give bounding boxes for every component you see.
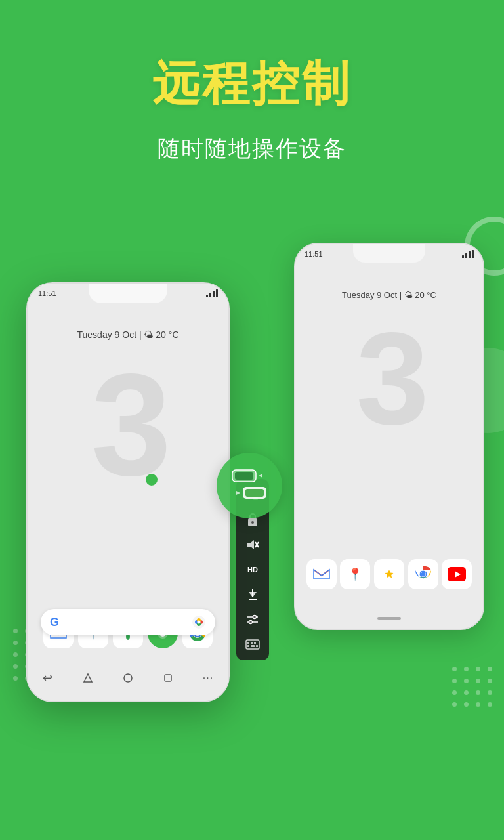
svg-rect-0 bbox=[462, 255, 464, 258]
toolbar-mute[interactable] bbox=[240, 533, 266, 556]
front-phone-date: Tuesday 9 Oct | 🌤 20 °C bbox=[77, 329, 179, 340]
svg-rect-41 bbox=[165, 675, 171, 681]
phone-back: 11:51 Tuesday 9 Oct | 🌤 20 °C 3 bbox=[294, 243, 484, 630]
svg-marker-44 bbox=[259, 474, 262, 478]
nav-recents[interactable] bbox=[163, 673, 173, 682]
back-phone-status-bar: 11:51 bbox=[304, 249, 474, 258]
svg-rect-63 bbox=[246, 640, 259, 649]
back-phone-bottom-icons: 📍 bbox=[295, 559, 483, 589]
nav-home[interactable] bbox=[83, 673, 93, 683]
google-search-bar[interactable]: G bbox=[41, 609, 215, 635]
toolbar-settings[interactable] bbox=[240, 608, 266, 631]
page-background: 远程控制 随时随地操作设备 11:51 Tuesday 9 Oct | 🌤 bbox=[0, 0, 504, 840]
svg-marker-39 bbox=[84, 674, 92, 682]
back-phone-date: Tuesday 9 Oct | 🌤 20 °C bbox=[342, 290, 436, 300]
front-phone-time: 11:51 bbox=[38, 289, 56, 297]
front-phone-nav: ↩ ··· bbox=[28, 665, 228, 690]
svg-rect-64 bbox=[247, 642, 249, 644]
back-gmail-icon[interactable] bbox=[306, 559, 337, 589]
svg-rect-14 bbox=[206, 295, 208, 297]
svg-text:📍: 📍 bbox=[348, 567, 363, 581]
svg-marker-53 bbox=[247, 540, 254, 549]
sub-title: 随时随地操作设备 bbox=[0, 134, 504, 164]
svg-rect-2 bbox=[469, 251, 471, 258]
phones-container: 11:51 Tuesday 9 Oct | 🌤 20 °C 3 bbox=[0, 223, 504, 814]
transfer-icon-circle[interactable] bbox=[217, 453, 282, 518]
green-dot bbox=[146, 474, 158, 486]
front-phone-signal bbox=[206, 289, 218, 297]
svg-rect-15 bbox=[209, 293, 211, 297]
nav-back[interactable]: ↩ bbox=[43, 671, 52, 685]
svg-rect-67 bbox=[247, 645, 249, 647]
svg-point-11 bbox=[421, 572, 425, 577]
svg-rect-66 bbox=[254, 642, 256, 644]
phone-front: 11:51 Tuesday 9 Oct | 🌤 20 °C 3 bbox=[26, 282, 230, 702]
svg-rect-43 bbox=[235, 472, 253, 480]
main-title: 远程控制 bbox=[0, 52, 504, 116]
svg-rect-68 bbox=[251, 645, 255, 647]
title-section: 远程控制 随时随地操作设备 bbox=[0, 0, 504, 164]
svg-rect-3 bbox=[472, 250, 474, 258]
svg-point-38 bbox=[198, 621, 201, 624]
svg-rect-17 bbox=[216, 289, 218, 297]
svg-rect-1 bbox=[465, 253, 467, 258]
svg-marker-47 bbox=[236, 491, 240, 495]
front-phone-status-bar: 11:51 bbox=[38, 289, 218, 297]
back-chrome-icon[interactable] bbox=[408, 559, 438, 589]
transfer-inner bbox=[230, 469, 269, 503]
svg-point-40 bbox=[124, 674, 132, 682]
nav-circle[interactable] bbox=[123, 673, 133, 683]
google-g-logo: G bbox=[50, 616, 59, 629]
toolbar-keyboard[interactable] bbox=[240, 633, 266, 656]
svg-rect-16 bbox=[213, 291, 215, 297]
back-photos-icon[interactable] bbox=[374, 559, 404, 589]
back-phone-signal bbox=[462, 249, 474, 258]
back-phone-number: 3 bbox=[356, 313, 422, 444]
svg-rect-65 bbox=[251, 642, 253, 644]
nav-more[interactable]: ··· bbox=[203, 672, 213, 684]
svg-rect-69 bbox=[256, 645, 258, 647]
back-youtube-icon[interactable] bbox=[442, 559, 472, 589]
toolbar-stream[interactable] bbox=[240, 583, 266, 606]
back-phone-time: 11:51 bbox=[304, 250, 323, 258]
back-maps-icon[interactable]: 📍 bbox=[340, 559, 370, 589]
svg-point-62 bbox=[249, 621, 253, 624]
svg-rect-46 bbox=[245, 489, 264, 497]
google-assistant-icon bbox=[192, 615, 206, 629]
toolbar-hd[interactable]: HD bbox=[240, 558, 266, 581]
svg-point-52 bbox=[251, 521, 254, 524]
back-phone-nav bbox=[295, 617, 483, 620]
svg-point-60 bbox=[253, 616, 257, 619]
